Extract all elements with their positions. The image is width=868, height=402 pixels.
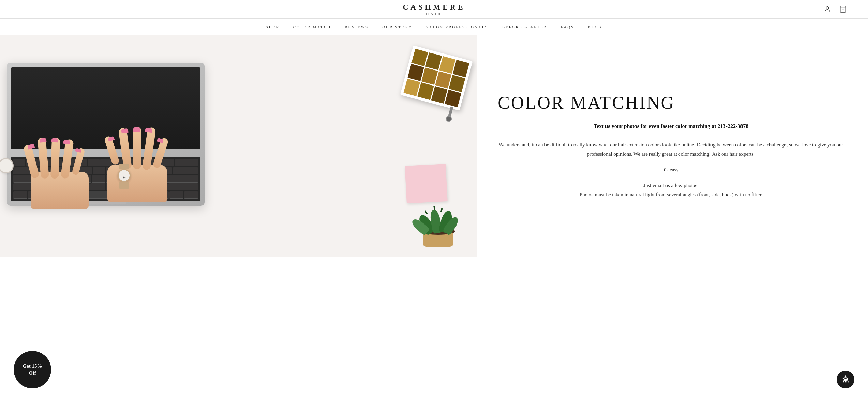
nav-item-blog[interactable]: BLOG [588, 25, 602, 29]
instructions-text: Just email us a few photos. Photos must … [498, 181, 844, 199]
nav-item-before-after[interactable]: BEFORE & AFTER [502, 25, 547, 29]
svg-point-0 [826, 7, 828, 9]
phone-text: Text us your photos for even faster colo… [498, 122, 844, 131]
color-swatch-book [400, 45, 473, 110]
logo: Cashmere Hair [403, 3, 465, 16]
watch [118, 169, 131, 182]
nav-item-our-story[interactable]: OUR STORY [382, 25, 412, 29]
nav-item-color-match[interactable]: COLOR MATCH [293, 25, 331, 29]
main-content: COLOR MATCHING Text us your photos for e… [0, 35, 868, 257]
account-icon[interactable] [823, 5, 832, 14]
left-hand [24, 131, 99, 209]
right-hand [101, 121, 179, 202]
logo-brand[interactable]: Cashmere [403, 3, 465, 12]
logo-sub: Hair [403, 12, 465, 16]
nav-item-salon-professionals[interactable]: SALON PROFESSIONALS [426, 25, 488, 29]
text-section: COLOR MATCHING Text us your photos for e… [477, 35, 868, 257]
cart-icon[interactable] [839, 5, 848, 14]
coffee-cup [0, 158, 15, 175]
pink-notepad [405, 164, 448, 203]
nav-item-shop[interactable]: SHOP [266, 25, 280, 29]
description-text: We understand, it can be difficult to re… [498, 140, 844, 159]
succulent-plant [416, 199, 460, 247]
header: Cashmere Hair [0, 0, 868, 19]
page-title: COLOR MATCHING [498, 93, 844, 112]
hero-image-section [0, 35, 477, 257]
header-icons [823, 5, 848, 14]
main-nav: SHOP COLOR MATCH REVIEWS OUR STORY SALON… [0, 19, 868, 35]
nav-item-reviews[interactable]: REVIEWS [345, 25, 369, 29]
easy-label: It's easy. [498, 167, 844, 173]
scene [0, 35, 477, 257]
nav-item-faqs[interactable]: FAQS [561, 25, 574, 29]
